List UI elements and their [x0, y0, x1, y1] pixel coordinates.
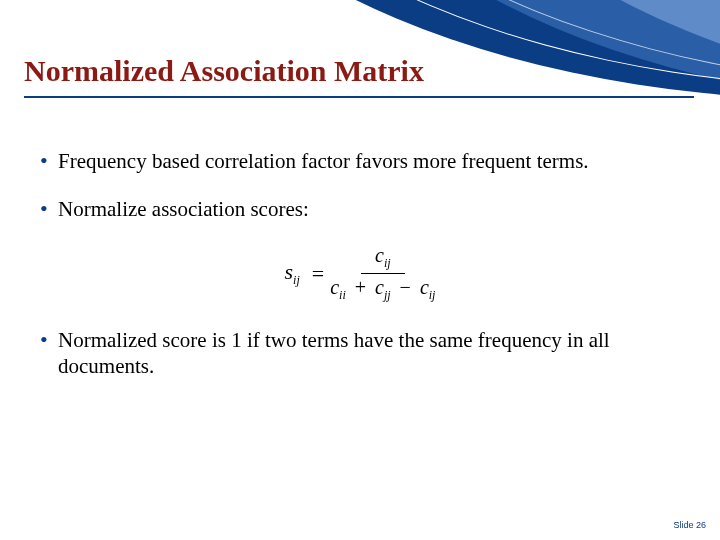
fraction-denominator: cii + cjj − cij [330, 274, 435, 303]
slide-number: Slide 26 [673, 520, 706, 530]
bullet-text: Frequency based correlation factor favor… [58, 148, 680, 174]
formula-sub: ij [293, 273, 300, 287]
minus-sign: − [396, 276, 415, 298]
formula-sub: ij [429, 288, 436, 302]
fraction-numerator: cij [361, 244, 405, 274]
formula-fraction: cij cii + cjj − cij [330, 244, 435, 303]
formula-sub: jj [384, 288, 391, 302]
bullet-text: Normalized score is 1 if two terms have … [58, 327, 680, 379]
plus-sign: + [351, 276, 370, 298]
content-area: • Frequency based correlation factor fav… [40, 148, 680, 401]
bullet-item: • Normalized score is 1 if two terms hav… [40, 327, 680, 379]
bullet-icon: • [40, 148, 58, 174]
formula-var: c [375, 276, 384, 298]
formula-sub: ii [339, 288, 346, 302]
bullet-icon: • [40, 327, 58, 353]
bullet-text: Normalize association scores: [58, 196, 680, 222]
equals-sign: = [312, 261, 324, 287]
bullet-item: • Normalize association scores: [40, 196, 680, 222]
title-underline [24, 96, 694, 98]
formula-var: s [285, 259, 294, 284]
slide-title: Normalized Association Matrix [24, 54, 424, 88]
formula-sub: ij [384, 256, 391, 270]
formula-var: c [420, 276, 429, 298]
bullet-item: • Frequency based correlation factor fav… [40, 148, 680, 174]
formula-var: c [330, 276, 339, 298]
formula: sij = cij cii + cjj − cij [285, 244, 436, 303]
bullet-icon: • [40, 196, 58, 222]
formula-lhs: sij [285, 259, 300, 288]
formula-block: sij = cij cii + cjj − cij [40, 244, 680, 303]
slide: Normalized Association Matrix • Frequenc… [0, 0, 720, 540]
formula-var: c [375, 244, 384, 266]
